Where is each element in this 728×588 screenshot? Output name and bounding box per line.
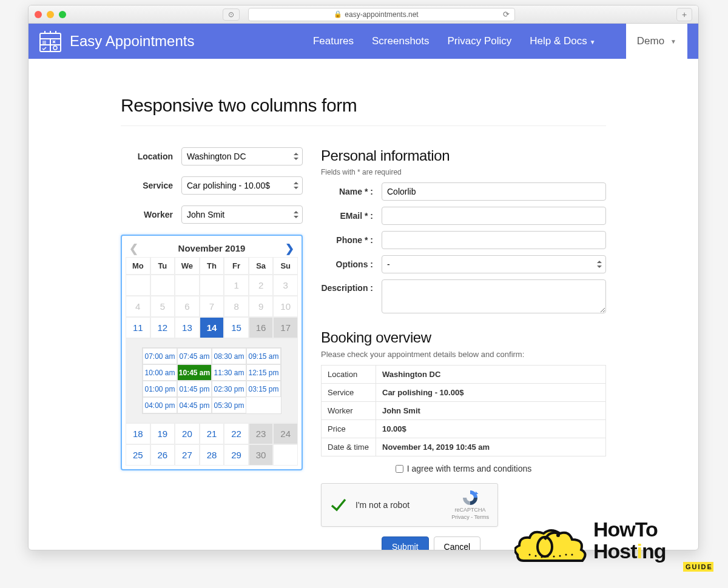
calendar-day: 8 [224, 296, 249, 317]
label-worker: Worker [121, 210, 181, 219]
svg-point-18 [571, 554, 573, 556]
chevron-down-icon: ▼ [590, 39, 596, 45]
label-email: EMail * : [321, 211, 382, 221]
svg-point-12 [535, 555, 537, 557]
calendar-day: 3 [273, 275, 298, 296]
timeslot[interactable]: 04:45 pm [177, 397, 212, 413]
timeslots-panel: 07:00 am07:45 am08:30 am09:15 am10:00 am… [126, 338, 298, 423]
overview-key: Price [322, 420, 376, 438]
overview-value: John Smit [376, 402, 606, 420]
reload-icon[interactable]: ⟳ [503, 10, 510, 19]
overview-key: Worker [322, 402, 376, 420]
terms-checkbox[interactable] [396, 465, 403, 473]
service-select[interactable]: Car polishing - 10.00$ [181, 176, 303, 195]
table-row: WorkerJohn Smit [322, 402, 606, 420]
timeslot[interactable]: 10:00 am [143, 364, 177, 381]
nav-link-features[interactable]: Features [313, 35, 354, 47]
browser-window: ⊙ 🔒 easy-appointments.net ⟳ + [28, 5, 699, 550]
svg-text:GUIDE: GUIDE [686, 563, 713, 570]
calendar-day [150, 275, 175, 296]
calendar-day[interactable]: 26 [150, 444, 175, 466]
overview-value: November 14, 2019 10:45 am [376, 438, 606, 456]
name-field[interactable] [382, 182, 606, 201]
brand-logo-icon [39, 30, 61, 52]
calendar-day[interactable]: 14 [200, 317, 224, 338]
close-icon[interactable] [35, 11, 42, 18]
timeslot[interactable]: 09:15 am [246, 348, 281, 364]
terms-row: I agree with terms and conditions [321, 464, 606, 473]
options-select[interactable]: - [382, 255, 606, 273]
calendar-day [126, 275, 150, 296]
new-tab-button[interactable]: + [676, 8, 692, 21]
timeslot[interactable]: 01:00 pm [143, 381, 177, 397]
form-actions: Submit Cancel [321, 536, 606, 550]
calendar-day: 17 [273, 317, 298, 338]
overview-value: Washington DC [376, 366, 606, 384]
timeslot[interactable]: 05:30 pm [212, 397, 246, 413]
calendar-day[interactable]: 13 [175, 317, 200, 338]
calendar-day[interactable]: 19 [150, 423, 175, 444]
timeslot[interactable]: 01:45 pm [177, 381, 212, 397]
recaptcha-icon [461, 489, 479, 507]
personal-hint: Fields with * are required [321, 168, 606, 176]
calendar: ❮ November 2019 ❯ MoTuWeThFrSaSu12345678… [121, 235, 303, 470]
label-description: Description : [321, 279, 382, 293]
calendar-day[interactable]: 25 [126, 444, 150, 466]
calendar-day[interactable]: 12 [150, 317, 175, 338]
worker-select[interactable]: John Smit [181, 205, 303, 224]
timeslot[interactable]: 12:15 pm [246, 364, 281, 381]
description-field[interactable] [382, 279, 606, 313]
calendar-day: 24 [273, 423, 298, 444]
nav-tab-demo[interactable]: Demo ▼ [626, 24, 687, 59]
calendar-dow: Tu [150, 257, 175, 275]
timeslot[interactable]: 10:45 am [177, 364, 212, 381]
calendar-day[interactable]: 27 [175, 444, 200, 466]
calendar-prev-icon[interactable]: ❮ [129, 242, 138, 255]
calendar-day[interactable]: 20 [175, 423, 200, 444]
location-select[interactable]: Washington DC [181, 147, 303, 165]
recaptcha-brand: reCAPTCHA Privacy - Terms [451, 489, 489, 521]
recaptcha-widget[interactable]: I'm not a robot reCAPTCHA Privacy - Term… [321, 483, 498, 527]
page-title: Responsive two columns form [121, 95, 606, 126]
email-field[interactable] [382, 207, 606, 225]
timeslot[interactable]: 02:30 pm [212, 381, 246, 397]
timeslot[interactable]: 07:00 am [143, 348, 177, 364]
calendar-day: 23 [249, 423, 274, 444]
calendar-day[interactable]: 11 [126, 317, 150, 338]
calendar-day[interactable]: 28 [200, 444, 224, 466]
nav-link-privacy[interactable]: Privacy Policy [448, 35, 512, 47]
timeslot[interactable]: 04:00 pm [143, 397, 177, 413]
timeslot[interactable]: 11:30 am [212, 364, 246, 381]
url-text: easy-appointments.net [345, 10, 418, 19]
cancel-button[interactable]: Cancel [434, 536, 481, 550]
reader-button[interactable]: ⊙ [223, 8, 240, 21]
nav-link-help[interactable]: Help & Docs▼ [530, 35, 595, 47]
calendar-day[interactable]: 15 [224, 317, 249, 338]
label-options: Options : [321, 259, 382, 269]
submit-button[interactable]: Submit [382, 536, 429, 550]
calendar-dow: We [175, 257, 200, 275]
calendar-grid: MoTuWeThFrSaSu12345678910111213141516170… [126, 257, 298, 466]
calendar-day[interactable]: 21 [200, 423, 224, 444]
url-bar[interactable]: 🔒 easy-appointments.net ⟳ [248, 8, 515, 21]
timeslot[interactable]: 03:15 pm [246, 381, 281, 397]
calendar-next-icon[interactable]: ❯ [285, 242, 294, 255]
right-column: Personal information Fields with * are r… [321, 147, 606, 550]
minimize-icon[interactable] [47, 11, 54, 18]
calendar-day[interactable]: 18 [126, 423, 150, 444]
recaptcha-checkmark-icon [330, 496, 347, 513]
label-location: Location [121, 152, 181, 161]
timeslot[interactable]: 08:30 am [212, 348, 246, 364]
calendar-day[interactable]: 29 [224, 444, 249, 466]
brand[interactable]: Easy Appointments [39, 30, 194, 52]
calendar-day: 30 [249, 444, 274, 466]
calendar-day[interactable]: 22 [224, 423, 249, 444]
overview-heading: Booking overview [321, 329, 606, 346]
nav-link-screenshots[interactable]: Screenshots [372, 35, 430, 47]
calendar-day: 2 [249, 275, 274, 296]
timeslot[interactable]: 07:45 am [177, 348, 212, 364]
terms-label: I agree with terms and conditions [407, 464, 531, 473]
calendar-day: 4 [126, 296, 150, 317]
phone-field[interactable] [382, 231, 606, 249]
maximize-icon[interactable] [59, 11, 66, 18]
